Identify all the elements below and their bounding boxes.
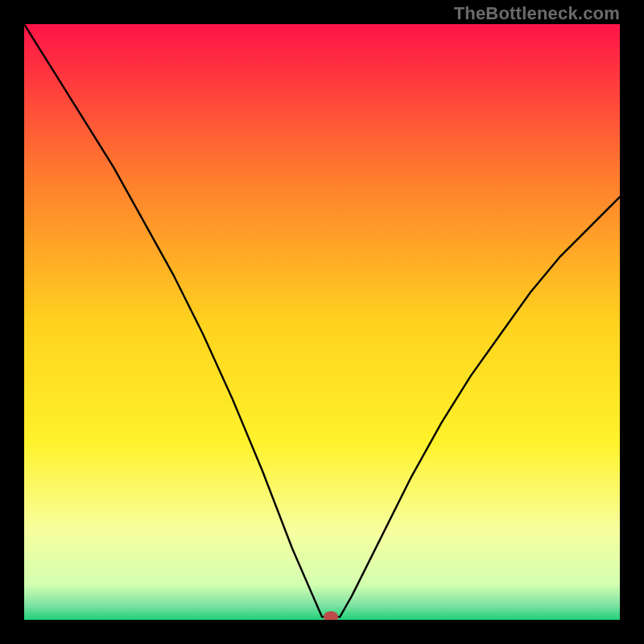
- bottleneck-chart: [24, 24, 620, 620]
- gradient-background: [24, 24, 620, 620]
- plot-area: [24, 24, 620, 620]
- watermark-text: TheBottleneck.com: [454, 3, 620, 24]
- chart-frame: TheBottleneck.com: [0, 0, 644, 644]
